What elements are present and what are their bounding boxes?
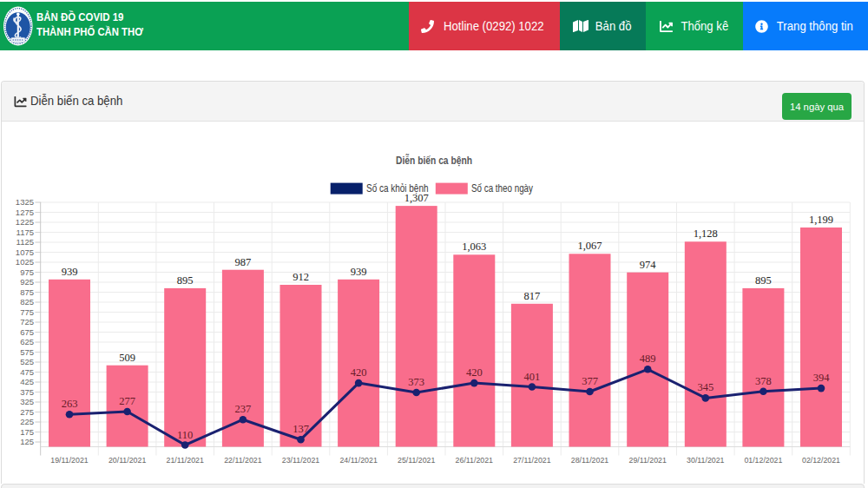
svg-text:420: 420 xyxy=(466,366,483,379)
svg-text:137: 137 xyxy=(293,423,309,435)
svg-text:237: 237 xyxy=(235,403,252,415)
svg-text:939: 939 xyxy=(62,266,78,278)
svg-text:1,199: 1,199 xyxy=(809,214,833,226)
svg-text:912: 912 xyxy=(293,271,309,283)
svg-text:987: 987 xyxy=(235,256,252,268)
svg-text:1125: 1125 xyxy=(16,237,34,247)
svg-text:895: 895 xyxy=(755,274,772,287)
svg-text:675: 675 xyxy=(20,327,34,337)
svg-text:925: 925 xyxy=(20,277,34,287)
svg-text:625: 625 xyxy=(20,337,34,346)
svg-text:28/11/2021: 28/11/2021 xyxy=(571,456,608,465)
svg-text:975: 975 xyxy=(20,267,34,277)
svg-text:939: 939 xyxy=(351,266,367,278)
svg-text:27/11/2021: 27/11/2021 xyxy=(513,456,550,465)
svg-text:29/11/2021: 29/11/2021 xyxy=(629,456,667,465)
svg-text:974: 974 xyxy=(640,259,657,271)
svg-text:21/11/2021: 21/11/2021 xyxy=(167,456,204,465)
svg-text:275: 275 xyxy=(20,407,34,417)
svg-text:1,067: 1,067 xyxy=(577,240,602,252)
svg-text:1,128: 1,128 xyxy=(694,228,718,240)
svg-text:1225: 1225 xyxy=(16,217,34,227)
svg-text:20/11/2021: 20/11/2021 xyxy=(108,456,146,465)
svg-text:425: 425 xyxy=(20,377,34,386)
svg-text:373: 373 xyxy=(408,376,424,388)
svg-text:875: 875 xyxy=(20,287,34,297)
svg-text:825: 825 xyxy=(20,297,34,307)
svg-text:375: 375 xyxy=(20,387,34,397)
svg-text:575: 575 xyxy=(20,347,34,357)
svg-text:525: 525 xyxy=(20,357,34,366)
svg-text:30/11/2021: 30/11/2021 xyxy=(687,456,724,465)
svg-text:377: 377 xyxy=(582,375,598,387)
svg-text:1325: 1325 xyxy=(16,197,34,207)
svg-text:26/11/2021: 26/11/2021 xyxy=(456,456,493,465)
svg-text:725: 725 xyxy=(20,317,34,326)
svg-text:277: 277 xyxy=(119,395,135,407)
svg-text:817: 817 xyxy=(524,290,541,302)
svg-text:775: 775 xyxy=(20,307,34,317)
svg-text:378: 378 xyxy=(755,375,772,387)
svg-text:325: 325 xyxy=(20,397,34,406)
svg-text:263: 263 xyxy=(62,398,78,410)
svg-text:895: 895 xyxy=(177,274,194,287)
svg-text:1275: 1275 xyxy=(16,208,34,217)
svg-text:489: 489 xyxy=(640,353,656,365)
svg-text:02/12/2021: 02/12/2021 xyxy=(802,456,840,465)
svg-text:1025: 1025 xyxy=(16,257,34,267)
svg-text:110: 110 xyxy=(177,429,193,441)
svg-text:475: 475 xyxy=(20,367,34,377)
svg-text:Diễn biến ca bệnh: Diễn biến ca bệnh xyxy=(396,154,472,167)
svg-text:345: 345 xyxy=(697,381,713,393)
svg-text:22/11/2021: 22/11/2021 xyxy=(224,456,261,465)
svg-text:19/11/2021: 19/11/2021 xyxy=(50,456,88,465)
svg-text:509: 509 xyxy=(119,352,135,364)
svg-text:24/11/2021: 24/11/2021 xyxy=(339,456,377,465)
svg-text:25/11/2021: 25/11/2021 xyxy=(398,456,435,465)
svg-text:1175: 1175 xyxy=(16,228,34,237)
svg-text:225: 225 xyxy=(20,417,34,426)
svg-text:1075: 1075 xyxy=(16,247,34,257)
svg-text:1,063: 1,063 xyxy=(462,241,486,253)
svg-text:01/12/2021: 01/12/2021 xyxy=(744,456,782,465)
svg-text:23/11/2021: 23/11/2021 xyxy=(282,456,319,465)
svg-text:401: 401 xyxy=(524,371,541,383)
svg-text:1,307: 1,307 xyxy=(404,192,429,204)
svg-text:420: 420 xyxy=(351,366,367,379)
svg-text:125: 125 xyxy=(20,437,34,446)
svg-text:Số ca theo ngày: Số ca theo ngày xyxy=(471,182,533,195)
svg-text:175: 175 xyxy=(20,427,34,437)
svg-text:394: 394 xyxy=(813,372,831,384)
